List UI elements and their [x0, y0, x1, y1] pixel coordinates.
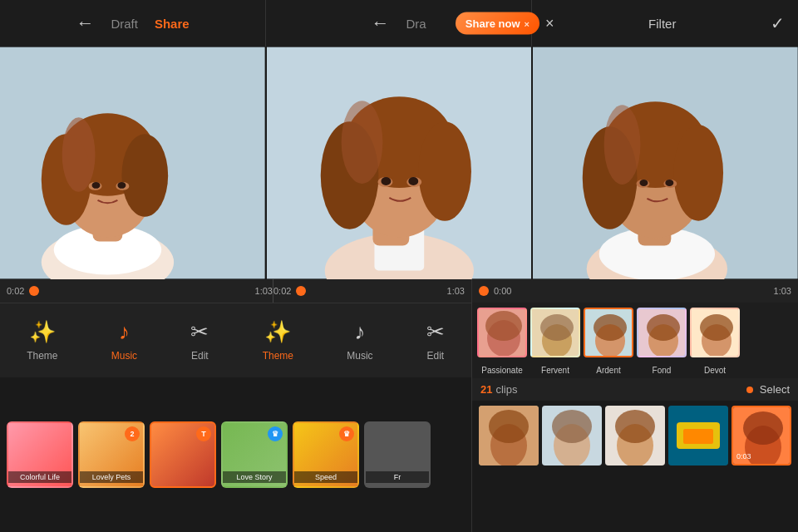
- time-ruler-right: 0:02 1:03: [273, 286, 465, 296]
- top-bars: ← Draft Share ← Dra Share now × × Filter…: [0, 0, 798, 47]
- filter-time-start: 0:00: [494, 286, 511, 296]
- svg-rect-65: [683, 429, 713, 444]
- svg-point-53: [700, 314, 733, 341]
- music-tool-left[interactable]: ♪ Music: [101, 313, 147, 368]
- clip-lovely-pets[interactable]: 2 Lovely Pets: [78, 421, 145, 488]
- filter-clip-4[interactable]: [668, 406, 728, 466]
- share-now-label: Share now: [466, 17, 520, 30]
- share-now-button[interactable]: Share now ×: [456, 12, 539, 35]
- svg-point-8: [62, 117, 96, 192]
- music-icon-left: ♪: [119, 319, 130, 345]
- draft-tab-middle[interactable]: Dra: [406, 17, 426, 31]
- clip-badge-lovely-pets: 2: [125, 426, 140, 441]
- theme-icon-right: ✨: [264, 319, 291, 345]
- clip-label-love-story: Love Story: [223, 471, 286, 483]
- svg-point-25: [408, 177, 418, 185]
- theme-tool-left[interactable]: ✨ Theme: [17, 313, 67, 368]
- filter-time-end: 1:03: [774, 286, 791, 296]
- music-icon-right: ♪: [354, 319, 365, 345]
- clip-badge-active: T: [196, 426, 211, 441]
- clip-active[interactable]: T: [150, 421, 216, 488]
- back-button-middle[interactable]: ←: [371, 12, 389, 34]
- clip-label-speed: Speed: [294, 471, 357, 483]
- playhead-dot-left: [29, 286, 39, 296]
- preview-panel-center: [267, 47, 534, 279]
- draft-tab-left[interactable]: Draft: [111, 17, 138, 31]
- svg-point-34: [604, 105, 641, 185]
- top-bar-left: ← Draft Share: [0, 0, 266, 47]
- time-start-left: 0:02: [7, 286, 24, 296]
- svg-point-21: [341, 101, 382, 184]
- edit-tool-left[interactable]: ✂ Edit: [180, 313, 219, 368]
- filter-panel: 0:00 1:03 Passionate Fervent: [472, 279, 798, 532]
- filter-time-dot: [479, 286, 489, 296]
- clip-label-lovely-pets: Lovely Pets: [80, 471, 143, 483]
- orange-dot-indicator: [746, 387, 753, 393]
- filter-clips-grid: 0:03: [472, 401, 798, 470]
- edit-tool-right[interactable]: ✂ Edit: [416, 313, 455, 368]
- share-tab-left[interactable]: Share: [155, 17, 190, 31]
- svg-point-41: [485, 311, 522, 341]
- preview-panel-left: [0, 47, 267, 279]
- filter-clip-orange[interactable]: 0:03: [732, 406, 791, 466]
- theme-devot[interactable]: [690, 308, 740, 357]
- preview-panel-right: [533, 47, 798, 279]
- time-ruler: 0:02 1:03 0:02 1:03: [0, 279, 471, 303]
- time-ruler-left: 0:02 1:03: [7, 286, 273, 296]
- clip-label-fr: Fr: [366, 471, 429, 483]
- filter-clip-3[interactable]: [605, 406, 665, 466]
- time-end-right: 1:03: [447, 286, 465, 296]
- edit-label-left: Edit: [191, 350, 209, 362]
- clip-label-colorful-life: Colorful Life: [8, 471, 71, 483]
- time-end-left: 1:03: [255, 286, 273, 296]
- theme-passionate[interactable]: [477, 308, 527, 357]
- close-button-right[interactable]: ×: [545, 15, 554, 32]
- timeline-area: 0:02 1:03 0:02 1:03 ✨ Theme ♪ Music: [0, 279, 798, 532]
- theme-label-right: Theme: [263, 350, 293, 362]
- clip-colorful-life[interactable]: Colorful Life: [7, 421, 73, 488]
- theme-name-ardent: Ardent: [584, 366, 633, 375]
- svg-point-37: [640, 180, 648, 186]
- theme-ardent[interactable]: [584, 308, 633, 357]
- clips-header: 21 clips Select: [472, 378, 798, 401]
- clip-love-story[interactable]: ♛ Love Story: [221, 421, 288, 488]
- theme-label-left: Theme: [27, 350, 57, 362]
- theme-tool-right[interactable]: ✨ Theme: [253, 313, 303, 368]
- svg-point-24: [381, 177, 391, 185]
- svg-point-11: [92, 182, 101, 189]
- clips-count: 21: [480, 383, 492, 396]
- editor-panel: 0:02 1:03 0:02 1:03 ✨ Theme ♪ Music: [0, 279, 472, 532]
- svg-point-50: [647, 314, 680, 341]
- clip-speed[interactable]: ♛ Speed: [293, 421, 359, 488]
- clip-fr[interactable]: Fr: [364, 421, 431, 488]
- confirm-button[interactable]: ✓: [771, 13, 785, 33]
- theme-fond[interactable]: [637, 308, 687, 357]
- svg-point-12: [117, 182, 126, 189]
- svg-point-47: [594, 314, 627, 341]
- back-button-left[interactable]: ←: [76, 12, 94, 34]
- scissors-icon-right: ✂: [426, 319, 445, 345]
- music-tool-right[interactable]: ♪ Music: [337, 313, 382, 368]
- time-start-right: 0:02: [273, 286, 291, 296]
- theme-name-devot: Devot: [690, 366, 740, 375]
- filter-clip-2[interactable]: [542, 406, 602, 466]
- share-now-close-icon[interactable]: ×: [525, 18, 530, 28]
- toolbar-row: ✨ Theme ♪ Music ✂ Edit ✨ Theme ♪ Music ✂: [0, 303, 471, 377]
- top-bar-right: × Filter ✓: [532, 0, 798, 47]
- select-button[interactable]: Select: [760, 383, 790, 396]
- preview-area: [0, 47, 798, 279]
- svg-point-44: [540, 314, 574, 341]
- svg-point-59: [552, 410, 592, 443]
- scissors-icon-left: ✂: [190, 319, 209, 345]
- svg-point-20: [418, 121, 471, 221]
- music-label-left: Music: [111, 350, 137, 362]
- filter-clip-time: 0:03: [736, 452, 751, 461]
- theme-fervent[interactable]: [530, 308, 580, 357]
- theme-labels-row: Passionate Fervent Ardent Fond Devot: [472, 362, 798, 378]
- filter-clip-1[interactable]: [479, 406, 539, 466]
- theme-thumbs-row: [472, 303, 798, 362]
- svg-point-68: [743, 411, 783, 445]
- clip-badge-speed: ♛: [339, 426, 354, 441]
- top-bar-middle: ← Dra Share now ×: [266, 0, 532, 47]
- theme-name-passionate: Passionate: [477, 366, 527, 375]
